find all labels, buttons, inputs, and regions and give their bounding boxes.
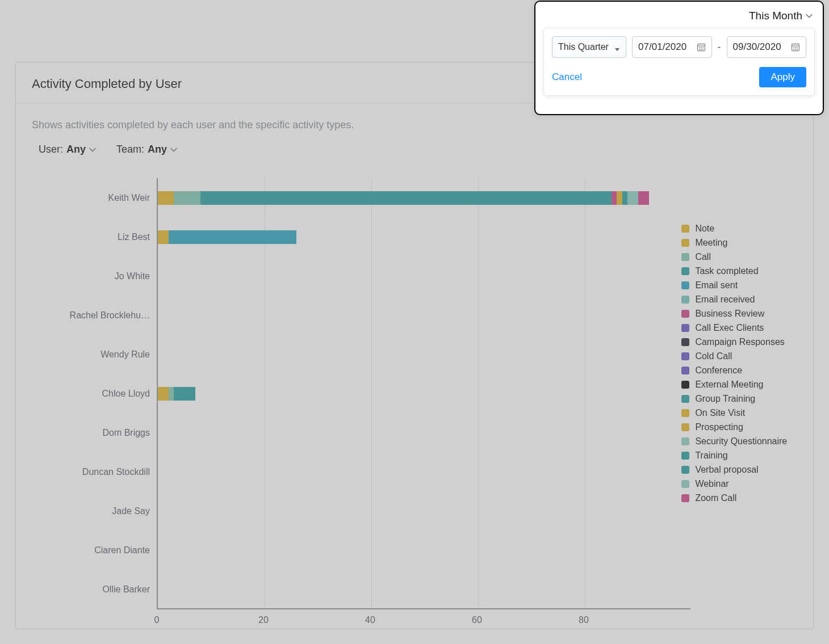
svg-point-10 bbox=[793, 47, 794, 48]
legend-label: Webinar bbox=[695, 479, 728, 489]
popover-header: This Month bbox=[535, 2, 823, 28]
legend-item[interactable]: Webinar bbox=[681, 479, 797, 489]
legend: NoteMeetingCallTask completedEmail sentE… bbox=[676, 178, 797, 643]
y-tick-label: Wendy Rule bbox=[36, 350, 150, 360]
svg-point-6 bbox=[701, 49, 702, 50]
user-filter[interactable]: User: Any bbox=[39, 144, 96, 155]
legend-label: Security Questionnaire bbox=[695, 436, 787, 447]
legend-item[interactable]: Prospecting bbox=[681, 422, 797, 432]
y-axis-labels: Keith WeirLiz BestJo WhiteRachel Brockle… bbox=[32, 178, 150, 609]
legend-label: Email sent bbox=[695, 280, 738, 291]
chevron-down-icon bbox=[170, 148, 177, 152]
triangle-down-icon bbox=[614, 44, 620, 50]
legend-item[interactable]: Meeting bbox=[681, 238, 797, 248]
y-tick-label: Duncan Stockdill bbox=[36, 467, 150, 477]
svg-point-15 bbox=[797, 49, 798, 50]
y-tick-label: Jo White bbox=[36, 271, 150, 281]
svg-point-12 bbox=[797, 47, 798, 48]
preset-select-value: This Quarter bbox=[558, 42, 609, 52]
bar-segment[interactable] bbox=[612, 191, 617, 205]
svg-point-14 bbox=[795, 49, 796, 50]
filters-row: User: Any Team: Any bbox=[39, 144, 797, 155]
cancel-button[interactable]: Cancel bbox=[552, 71, 582, 83]
bar-segment[interactable] bbox=[627, 191, 638, 205]
legend-item[interactable]: External Meeting bbox=[681, 380, 797, 390]
preset-select[interactable]: This Quarter bbox=[552, 36, 626, 58]
legend-item[interactable]: Note bbox=[681, 224, 797, 234]
legend-item[interactable]: Business Review bbox=[681, 309, 797, 319]
gridline bbox=[478, 178, 479, 608]
y-tick-label: Jade Say bbox=[36, 506, 150, 516]
legend-item[interactable]: Training bbox=[681, 451, 797, 461]
legend-item[interactable]: On Site Visit bbox=[681, 408, 797, 418]
svg-point-4 bbox=[702, 47, 704, 48]
legend-item[interactable]: Security Questionnaire bbox=[681, 436, 797, 447]
chart-wrap: Keith WeirLiz BestJo WhiteRachel Brockle… bbox=[32, 178, 797, 643]
bar-segment[interactable] bbox=[617, 191, 622, 205]
svg-point-2 bbox=[699, 47, 700, 48]
legend-item[interactable]: Conference bbox=[681, 365, 797, 376]
team-filter-label: Team: bbox=[116, 144, 144, 155]
svg-point-11 bbox=[795, 47, 796, 48]
legend-label: Meeting bbox=[695, 238, 727, 248]
team-filter[interactable]: Team: Any bbox=[116, 144, 177, 155]
y-tick-label: Ollie Barker bbox=[36, 584, 150, 595]
bar-segment[interactable] bbox=[174, 191, 200, 205]
legend-item[interactable]: Zoom Call bbox=[681, 493, 797, 503]
legend-item[interactable]: Verbal proposal bbox=[681, 465, 797, 475]
legend-label: Prospecting bbox=[695, 422, 743, 432]
card-body: Shows activities completed by each user … bbox=[16, 103, 813, 644]
date-range-trigger[interactable]: This Month bbox=[749, 10, 813, 22]
legend-label: Group Training bbox=[695, 394, 755, 404]
bar-row bbox=[158, 387, 195, 401]
bar-segment[interactable] bbox=[638, 191, 649, 205]
y-tick-label: Keith Weir bbox=[36, 193, 150, 203]
legend-label: Email received bbox=[695, 294, 755, 305]
legend-item[interactable]: Campaign Responses bbox=[681, 337, 797, 347]
legend-item[interactable]: Call bbox=[681, 252, 797, 262]
y-tick-label: Chloe Lloyd bbox=[36, 389, 150, 399]
legend-label: Task completed bbox=[695, 266, 758, 276]
legend-label: Call bbox=[695, 252, 711, 262]
x-tick-label: 40 bbox=[365, 615, 375, 625]
legend-item[interactable]: Task completed bbox=[681, 266, 797, 276]
bar-segment[interactable] bbox=[158, 387, 169, 401]
legend-item[interactable]: Cold Call bbox=[681, 351, 797, 361]
activity-card: Activity Completed by User Shows activit… bbox=[15, 62, 814, 629]
x-axis-labels: 020406080 bbox=[157, 615, 690, 632]
legend-item[interactable]: Group Training bbox=[681, 394, 797, 404]
date-row: This Quarter 07/01/2020 - 09/30/2020 bbox=[552, 36, 806, 58]
x-tick-label: 80 bbox=[579, 615, 589, 625]
y-tick-label: Dom Briggs bbox=[36, 428, 150, 438]
bar-segment[interactable] bbox=[174, 387, 195, 401]
chevron-down-icon bbox=[806, 14, 813, 18]
legend-label: On Site Visit bbox=[695, 408, 745, 418]
calendar-icon bbox=[791, 43, 800, 52]
end-date-input[interactable]: 09/30/2020 bbox=[727, 36, 806, 58]
chart-main: Keith WeirLiz BestJo WhiteRachel Brockle… bbox=[32, 178, 676, 643]
bar-segment[interactable] bbox=[158, 230, 169, 244]
date-panel: This Quarter 07/01/2020 - 09/30/2020 Can bbox=[543, 28, 815, 96]
y-tick-label: Ciaren Diante bbox=[36, 545, 150, 555]
bar-segment[interactable] bbox=[200, 191, 612, 205]
bar-row bbox=[158, 191, 649, 205]
date-range-trigger-label: This Month bbox=[749, 10, 802, 22]
svg-point-7 bbox=[702, 49, 704, 50]
end-date-value: 09/30/2020 bbox=[733, 41, 781, 53]
legend-item[interactable]: Call Exec Clients bbox=[681, 323, 797, 333]
user-filter-value: Any bbox=[66, 144, 86, 155]
bar-segment[interactable] bbox=[158, 191, 174, 205]
bar-segment[interactable] bbox=[169, 230, 297, 244]
start-date-input[interactable]: 07/01/2020 bbox=[632, 36, 711, 58]
gridline bbox=[371, 178, 372, 608]
x-tick-label: 20 bbox=[258, 615, 269, 625]
legend-item[interactable]: Email received bbox=[681, 294, 797, 305]
bar-segment[interactable] bbox=[169, 387, 174, 401]
apply-button[interactable]: Apply bbox=[759, 67, 806, 87]
legend-label: Note bbox=[695, 224, 714, 234]
user-filter-label: User: bbox=[39, 144, 63, 155]
legend-label: External Meeting bbox=[695, 380, 763, 390]
bar-segment[interactable] bbox=[622, 191, 627, 205]
gridline bbox=[585, 178, 585, 608]
legend-item[interactable]: Email sent bbox=[681, 280, 797, 291]
